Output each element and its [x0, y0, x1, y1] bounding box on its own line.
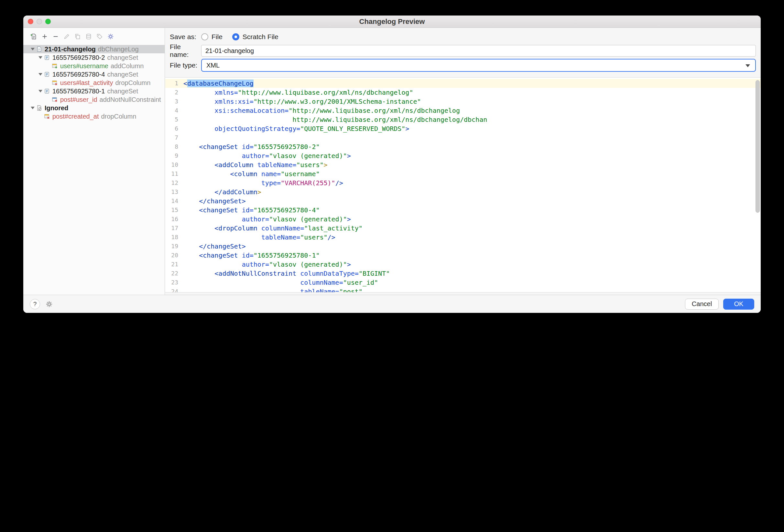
changeset-icon: [44, 88, 51, 94]
line-number: 10: [165, 160, 184, 169]
line-number: 9: [165, 151, 184, 160]
chevron-down-icon[interactable]: [37, 90, 43, 92]
code-line-13[interactable]: 13 </addColumn>: [165, 187, 761, 197]
chevron-down-icon[interactable]: [30, 107, 35, 109]
code-editor[interactable]: 1<databaseChangeLog2 xmlns="http://www.l…: [165, 77, 761, 293]
tree-item-ignored[interactable]: Ignored: [23, 104, 165, 112]
dialog-footer: ? Cancel OK: [23, 295, 761, 313]
code-line-5[interactable]: 5 http://www.liquibase.org/xml/ns/dbchan…: [165, 115, 761, 124]
new-changelog-icon[interactable]: [29, 32, 38, 41]
remove-icon[interactable]: [51, 32, 60, 41]
code-line-22[interactable]: 22 <addNotNullConstraint columnDataType=…: [165, 269, 761, 278]
settings-icon[interactable]: [106, 32, 115, 41]
ignored-icon: [36, 105, 43, 111]
tree-item-label: 1655756925780-1: [52, 88, 105, 95]
changelog-tree-panel: 21-01-changelogdbChangeLog1655756925780-…: [23, 28, 165, 295]
code-line-21[interactable]: 21 author="vlasov (generated)">: [165, 260, 761, 269]
line-number: 19: [165, 242, 184, 251]
code-line-24[interactable]: 24 tableName="post": [165, 287, 761, 293]
code-line-17[interactable]: 17 <dropColumn columnName="last_activity…: [165, 224, 761, 233]
gear-icon: [45, 300, 53, 308]
save-as-radio-group: FileScratch File: [201, 33, 288, 41]
help-button[interactable]: ?: [30, 299, 40, 309]
line-number: 1: [165, 79, 184, 88]
traffic-lights: [28, 19, 51, 24]
code-text: <addColumn tableName="users">: [184, 160, 761, 169]
ok-button[interactable]: OK: [723, 299, 754, 309]
close-icon[interactable]: [28, 19, 33, 24]
minimize-icon[interactable]: [36, 19, 42, 24]
code-line-20[interactable]: 20 <changeSet id="1655756925780-1": [165, 251, 761, 260]
code-line-16[interactable]: 16 author="vlasov (generated)">: [165, 215, 761, 224]
editor-scrollbar-thumb[interactable]: [756, 80, 760, 213]
tree-item-users-last-activity[interactable]: users#last_activitydropColumn: [23, 79, 165, 87]
code-line-8[interactable]: 8 <changeSet id="1655756925780-2": [165, 142, 761, 151]
chevron-down-icon[interactable]: [30, 48, 35, 51]
code-line-23[interactable]: 23 columnName="user_id": [165, 278, 761, 287]
code-line-12[interactable]: 12 type="VARCHAR(255)"/>: [165, 178, 761, 187]
radio-file[interactable]: File: [201, 33, 223, 41]
line-number: 23: [165, 278, 184, 287]
code-text: xmlns:xsi="http://www.w3.org/2001/XMLSch…: [184, 97, 761, 106]
code-text: <addNotNullConstraint columnDataType="BI…: [184, 269, 761, 278]
tree-item-21-01-changelog[interactable]: 21-01-changelogdbChangeLog: [23, 45, 165, 53]
changeset-icon: [44, 55, 51, 60]
code-line-14[interactable]: 14 </changeSet>: [165, 197, 761, 206]
chevron-down-icon[interactable]: [37, 73, 43, 76]
changelog-icon: [36, 46, 43, 52]
code-line-11[interactable]: 11 <column name="username": [165, 169, 761, 178]
code-text: http://www.liquibase.org/xml/ns/dbchange…: [184, 115, 761, 124]
code-line-3[interactable]: 3 xmlns:xsi="http://www.w3.org/2001/XMLS…: [165, 97, 761, 106]
radio-scratch-file[interactable]: Scratch File: [232, 33, 278, 41]
code-text: author="vlasov (generated)">: [184, 260, 761, 269]
radio-circle-icon: [201, 33, 208, 40]
code-line-1[interactable]: 1<databaseChangeLog: [165, 79, 761, 88]
line-number: 6: [165, 124, 184, 133]
tree-item-type: changeSet: [107, 71, 138, 78]
zoom-icon[interactable]: [45, 19, 51, 24]
code-text: author="vlasov (generated)">: [184, 215, 761, 224]
line-number: 21: [165, 260, 184, 269]
code-line-10[interactable]: 10 <addColumn tableName="users">: [165, 160, 761, 169]
settings-button[interactable]: [44, 299, 54, 309]
database-icon[interactable]: [84, 32, 93, 41]
line-number: 15: [165, 206, 184, 215]
edit-icon[interactable]: [62, 32, 71, 41]
file-name-input[interactable]: [201, 45, 756, 57]
tree-item-type: dropColumn: [115, 79, 150, 87]
copy-icon[interactable]: [73, 32, 82, 41]
code-line-4[interactable]: 4 xsi:schemaLocation="http://www.liquiba…: [165, 106, 761, 115]
tree-item-1655756925780-1[interactable]: 1655756925780-1changeSet: [23, 87, 165, 95]
changelog-tree: 21-01-changelogdbChangeLog1655756925780-…: [23, 43, 165, 121]
tree-item-post-created-at[interactable]: post#created_atdropColumn: [23, 112, 165, 121]
code-line-7[interactable]: 7: [165, 133, 761, 142]
changelog-preview-dialog: Changelog Preview 21-01-changelogdbChang…: [23, 16, 761, 313]
tree-item-type: changeSet: [107, 54, 138, 61]
changeset-icon: [44, 71, 51, 77]
line-number: 4: [165, 106, 184, 115]
tree-item-users-username[interactable]: users#usernameaddColumn: [23, 62, 165, 70]
tree-item-label: post#created_at: [52, 113, 99, 120]
line-number: 7: [165, 133, 184, 142]
chevron-down-icon[interactable]: [37, 56, 43, 59]
code-line-19[interactable]: 19 </changeSet>: [165, 242, 761, 251]
code-line-18[interactable]: 18 tableName="users"/>: [165, 233, 761, 242]
code-text: <changeSet id="1655756925780-1": [184, 251, 761, 260]
tree-item-1655756925780-2[interactable]: 1655756925780-2changeSet: [23, 53, 165, 62]
cancel-button[interactable]: Cancel: [685, 299, 719, 309]
code-text: xmlns="http://www.liquibase.org/xml/ns/d…: [184, 88, 761, 97]
tree-item-type: addColumn: [111, 62, 144, 70]
tree-item-1655756925780-4[interactable]: 1655756925780-4changeSet: [23, 70, 165, 79]
file-type-select[interactable]: XML: [201, 59, 756, 72]
code-line-6[interactable]: 6 objectQuotingStrategy="QUOTE_ONLY_RESE…: [165, 124, 761, 133]
code-line-15[interactable]: 15 <changeSet id="1655756925780-4": [165, 206, 761, 215]
line-number: 16: [165, 215, 184, 224]
code-line-9[interactable]: 9 author="vlasov (generated)">: [165, 151, 761, 160]
tree-item-label: Ignored: [45, 105, 68, 112]
tree-item-type: changeSet: [107, 88, 138, 95]
tree-item-post-user-id[interactable]: post#user_idaddNotNullConstraint: [23, 95, 165, 104]
code-line-2[interactable]: 2 xmlns="http://www.liquibase.org/xml/ns…: [165, 88, 761, 97]
tag-icon[interactable]: [95, 32, 104, 41]
add-icon[interactable]: [40, 32, 49, 41]
line-number: 17: [165, 224, 184, 233]
